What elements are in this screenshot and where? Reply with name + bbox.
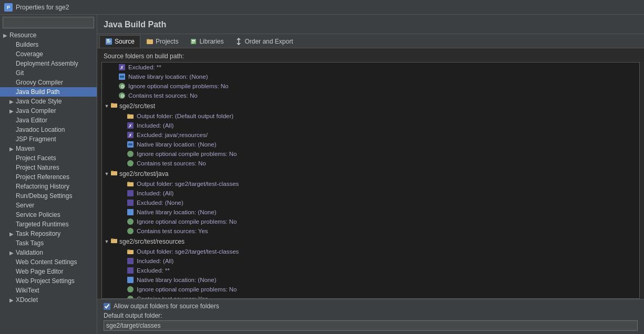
search-input[interactable] xyxy=(3,17,94,28)
expand-icon-refactoring xyxy=(9,184,16,190)
allow-output-checkbox[interactable] xyxy=(104,303,110,310)
sidebar-label-java-editor: Java Editor xyxy=(16,117,95,124)
folder-icon-src-resources xyxy=(110,237,118,246)
source-folders-label: Source folders on build path: xyxy=(97,51,644,62)
svg-rect-43 xyxy=(111,238,114,239)
expand-icon-task-repo: ▶ xyxy=(9,231,16,237)
tree-item-included-java: Included: (All) xyxy=(102,189,639,198)
svg-rect-38 xyxy=(127,200,134,206)
source-tree[interactable]: ✗ Excluded: ** Native library location: … xyxy=(101,62,640,299)
order-export-tab-icon xyxy=(235,38,242,45)
sidebar-item-project-references[interactable]: Project References xyxy=(0,172,97,182)
src-resources-label: sge2/src/test/resources xyxy=(119,238,185,245)
collapse-src-resources: ▼ xyxy=(103,239,110,244)
sidebar-item-resource[interactable]: ▶ Resource xyxy=(0,30,97,40)
svg-rect-33 xyxy=(111,171,117,175)
sidebar-item-coverage[interactable]: Coverage xyxy=(0,49,97,59)
sidebar-item-refactoring[interactable]: Refactoring History xyxy=(0,182,97,191)
tree-item-contains-root: ⚙ Contains test sources: No xyxy=(102,91,639,100)
sidebar-label-java-code: Java Code Style xyxy=(16,98,95,105)
svg-point-41 xyxy=(127,228,134,234)
sidebar-item-targeted-runtimes[interactable]: Targeted Runtimes xyxy=(0,220,97,229)
expand-icon-project-refs xyxy=(9,174,16,180)
tree-item-native-resources: Native library location: (None) xyxy=(102,275,639,285)
tree-item-excluded-srctest: ✗ Excluded: java/;resources/ xyxy=(102,130,639,140)
bottom-section: Allow output folders for source folders … xyxy=(97,299,644,334)
sidebar-item-project-natures[interactable]: Project Natures xyxy=(0,163,97,172)
icon-excluded-srctest: ✗ xyxy=(126,131,135,139)
icon-included-java xyxy=(126,189,135,197)
sidebar-item-project-facets[interactable]: Project Facets xyxy=(0,153,97,163)
icon-excluded-resources xyxy=(126,266,135,275)
sidebar-label-java-compiler: Java Compiler xyxy=(16,107,95,114)
libraries-tab-icon xyxy=(190,38,197,45)
sidebar-item-wikitext[interactable]: WikiText xyxy=(0,286,97,295)
src-java-label: sge2/src/test/java xyxy=(119,170,168,178)
sidebar-item-xdoclet[interactable]: ▶ XDoclet xyxy=(0,295,97,305)
sidebar-item-maven[interactable]: ▶ Maven xyxy=(0,144,97,153)
expand-icon-service xyxy=(9,212,16,218)
expand-icon-builders xyxy=(9,42,16,48)
sidebar-item-javadoc[interactable]: Javadoc Location xyxy=(0,125,97,134)
tab-libraries[interactable]: Libraries xyxy=(184,35,229,48)
svg-text:⚙: ⚙ xyxy=(120,93,125,99)
content-body: Source folders on build path: ✗ Excluded… xyxy=(97,48,644,334)
folder-icon-src-test xyxy=(110,101,118,110)
sidebar-label-web-content: Web Content Settings xyxy=(16,258,95,266)
tree-item-output-java: Output folder: sge2/target/test-classes xyxy=(102,179,639,189)
svg-text:✗: ✗ xyxy=(128,133,132,138)
sidebar-item-java-editor[interactable]: Java Editor xyxy=(0,116,97,125)
svg-rect-15 xyxy=(120,76,124,78)
tree-item-excluded-java: Excluded: (None) xyxy=(102,198,639,207)
sidebar-item-task-repo[interactable]: ▶ Task Repository xyxy=(0,229,97,238)
title-bar: P Properties for sge2 xyxy=(0,0,644,15)
sidebar-item-java-compiler[interactable]: ▶ Java Compiler xyxy=(0,106,97,116)
icon-native-srctest xyxy=(126,140,135,149)
sidebar-item-deployment-assembly[interactable]: Deployment Assembly xyxy=(0,59,97,68)
icon-output-srctest xyxy=(126,112,135,120)
svg-rect-48 xyxy=(127,277,134,283)
sidebar-item-service-policies[interactable]: Service Policies xyxy=(0,210,97,220)
svg-rect-42 xyxy=(111,239,117,243)
sidebar-label-xdoclet: XDoclet xyxy=(16,296,95,304)
sidebar-label-coverage: Coverage xyxy=(16,50,95,58)
svg-point-49 xyxy=(127,286,134,293)
icon-output-resources xyxy=(126,247,135,256)
sidebar-item-jsp-fragment[interactable]: JSP Fragment xyxy=(0,134,97,144)
tab-projects-label: Projects xyxy=(156,38,178,45)
expand-icon-coverage xyxy=(9,51,16,57)
sidebar-item-server[interactable]: Server xyxy=(0,201,97,210)
svg-text:⚙: ⚙ xyxy=(120,84,125,89)
sidebar-item-web-project[interactable]: Web Project Settings xyxy=(0,276,97,286)
sidebar-item-web-page-editor[interactable]: Web Page Editor xyxy=(0,267,97,276)
sidebar-item-task-tags[interactable]: Task Tags xyxy=(0,238,97,248)
tab-source[interactable]: Source xyxy=(99,35,140,48)
expand-icon-javadoc xyxy=(9,127,16,133)
tree-item-native-java: Native library location: (None) xyxy=(102,207,639,217)
tree-item-contains-resources: Contains test sources: Yes xyxy=(102,294,639,299)
tab-order-export[interactable]: Order and Export xyxy=(229,35,299,48)
icon-excluded-root: ✗ xyxy=(118,63,126,71)
sidebar-item-validation[interactable]: ▶ Validation xyxy=(0,248,97,257)
default-output-input[interactable] xyxy=(104,320,638,331)
icon-contains-root: ⚙ xyxy=(118,91,126,100)
sidebar-item-web-content[interactable]: Web Content Settings xyxy=(0,257,97,267)
tree-section-src-resources[interactable]: ▼ sge2/src/test/resources xyxy=(102,236,639,247)
sidebar-item-java-build-path[interactable]: Java Build Path xyxy=(0,87,97,97)
expand-icon-git xyxy=(9,70,16,76)
tree-section-src-test[interactable]: ▼ sge2/src/test xyxy=(102,100,639,111)
tree-section-src-java[interactable]: ▼ sge2/src/test/java xyxy=(102,168,639,179)
icon-ignore-root: ⚙ xyxy=(118,82,126,90)
default-output-label: Default output folder: xyxy=(104,312,638,319)
svg-rect-24 xyxy=(127,114,130,115)
sidebar-item-java-code-style[interactable]: ▶ Java Code Style xyxy=(0,97,97,106)
svg-rect-22 xyxy=(111,103,114,104)
sidebar-item-run-debug[interactable]: Run/Debug Settings xyxy=(0,191,97,201)
sidebar-label-wikitext: WikiText xyxy=(16,287,95,294)
sidebar-item-groovy-compiler[interactable]: Groovy Compiler xyxy=(0,78,97,87)
expand-icon-web-page xyxy=(9,269,16,275)
sidebar-item-git[interactable]: Git xyxy=(0,68,97,78)
sidebar-label-task-repo: Task Repository xyxy=(16,230,95,237)
tab-projects[interactable]: Projects xyxy=(140,35,184,48)
sidebar-item-builders[interactable]: Builders xyxy=(0,40,97,49)
